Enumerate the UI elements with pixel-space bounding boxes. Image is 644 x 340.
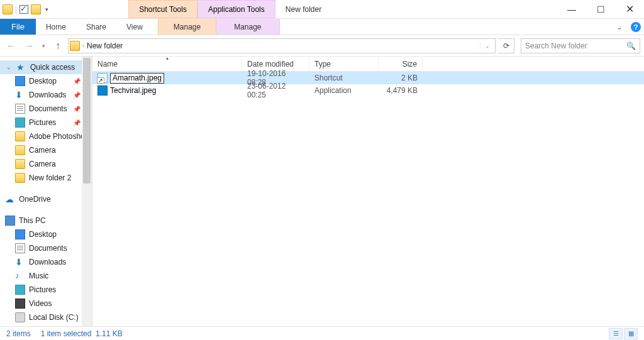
column-name[interactable]: Name▴ <box>92 57 242 71</box>
sidebar-onedrive[interactable]: ☁OneDrive <box>0 192 92 206</box>
search-input[interactable]: Search New folder 🔍 <box>521 38 640 53</box>
file-row[interactable]: Techviral.jpeg23-06-2012 00:25Applicatio… <box>92 84 644 97</box>
file-name-cell[interactable]: Techviral.jpeg <box>92 85 242 96</box>
sidebar-item-pc-pictures[interactable]: Pictures <box>0 283 92 297</box>
sidebar-scrollbar[interactable] <box>82 57 92 326</box>
sidebar-item-label: Downloads <box>29 90 66 99</box>
main-area: ⌄ ★ Quick access Desktop📌 ⬇Downloads📌 Do… <box>0 57 644 326</box>
minimize-button[interactable]: — <box>557 0 586 18</box>
new-folder-icon[interactable] <box>31 4 41 14</box>
sidebar-item-pc-music[interactable]: ♪Music <box>0 269 92 283</box>
sidebar-item-pc-desktop[interactable]: Desktop <box>0 228 92 241</box>
sidebar-item-label: New folder 2 <box>29 173 71 182</box>
documents-icon <box>15 243 25 253</box>
downloads-icon: ⬇ <box>15 90 25 100</box>
refresh-button[interactable]: ⟳ <box>498 38 514 53</box>
quick-access-toolbar: | ▾ <box>0 0 53 18</box>
contextual-tab-shortcut[interactable]: Shortcut Tools <box>128 0 197 18</box>
file-type-cell: Application <box>309 86 379 95</box>
close-button[interactable]: ✕ <box>615 0 644 18</box>
contextual-tab-application[interactable]: Application Tools <box>197 0 275 18</box>
qat-dropdown-icon[interactable]: ▾ <box>43 6 50 13</box>
sidebar-item-newfolder2[interactable]: New folder 2 <box>0 171 92 185</box>
sidebar-item-adobe[interactable]: Adobe Photoshop <box>0 129 92 143</box>
navigation-bar: ← → ▾ ↑ › New folder ⌄ ⟳ Search New fold… <box>0 35 644 57</box>
icons-view-button[interactable]: ▦ <box>624 328 638 339</box>
view-tab[interactable]: View <box>116 19 153 35</box>
breadcrumb-current[interactable]: New folder <box>87 41 123 50</box>
qat-separator: | <box>15 5 17 14</box>
sidebar-quick-access[interactable]: ⌄ ★ Quick access <box>0 60 92 74</box>
scrollbar-thumb[interactable] <box>83 58 91 184</box>
desktop-icon <box>15 76 25 86</box>
file-date-cell: 23-06-2012 00:25 <box>242 82 309 99</box>
sidebar-item-pc-videos[interactable]: Videos <box>0 297 92 310</box>
music-icon: ♪ <box>15 271 25 281</box>
sidebar-item-localdisk[interactable]: Local Disk (C:) <box>0 310 92 324</box>
column-date[interactable]: Date modified <box>242 57 309 71</box>
folder-icon <box>15 145 25 155</box>
address-bar[interactable]: › New folder ⌄ <box>68 38 496 53</box>
ribbon-tabs: File Home Share View Manage Manage ⌄ ? <box>0 19 644 35</box>
disk-icon <box>15 312 25 322</box>
videos-icon <box>15 299 25 309</box>
sidebar-item-label: Downloads <box>29 258 66 266</box>
window-title: New folder <box>275 0 331 18</box>
pictures-icon <box>15 285 25 295</box>
column-size[interactable]: Size <box>379 57 423 71</box>
history-dropdown-icon[interactable]: ▾ <box>39 38 48 53</box>
search-icon: 🔍 <box>626 41 636 50</box>
share-tab[interactable]: Share <box>76 19 116 35</box>
file-row[interactable]: Amarnath.jpeg19-10-2016 08:28Shortcut2 K… <box>92 72 644 84</box>
sidebar-item-camera[interactable]: Camera <box>0 157 92 171</box>
status-bar: 2 items 1 item selected 1.11 KB ☰ ▦ <box>0 326 644 340</box>
sidebar-item-downloads[interactable]: ⬇Downloads📌 <box>0 88 92 102</box>
folder-icon <box>15 173 25 183</box>
file-list-area: Name▴ Date modified Type Size Amarnath.j… <box>92 57 644 326</box>
star-icon: ★ <box>16 62 26 72</box>
forward-button[interactable]: → <box>21 38 36 53</box>
column-type[interactable]: Type <box>309 57 379 71</box>
file-name-cell[interactable]: Amarnath.jpeg <box>92 73 242 84</box>
column-label: Name <box>97 60 118 69</box>
sidebar-item-label: Quick access <box>30 63 75 72</box>
home-tab[interactable]: Home <box>36 19 76 35</box>
help-button[interactable]: ? <box>628 19 644 35</box>
sidebar-item-label: Camera <box>29 146 56 155</box>
sidebar-item-pc-documents[interactable]: Documents <box>0 241 92 255</box>
sidebar-item-removable[interactable]: Removable Disk⌄ <box>0 324 92 326</box>
up-button[interactable]: ↑ <box>50 38 65 53</box>
folder-icon[interactable] <box>3 4 13 14</box>
file-tab[interactable]: File <box>0 19 36 35</box>
pin-icon: 📌 <box>73 106 80 112</box>
rename-input[interactable]: Amarnath.jpeg <box>110 73 164 84</box>
sidebar-item-camera[interactable]: Camera <box>0 143 92 157</box>
sidebar-item-desktop[interactable]: Desktop📌 <box>0 74 92 88</box>
properties-icon[interactable] <box>19 5 28 14</box>
sidebar-item-label: Pictures <box>29 118 56 127</box>
breadcrumb-sep-icon[interactable]: › <box>82 43 84 49</box>
sidebar-item-label: Camera <box>29 160 56 168</box>
manage-app-tab[interactable]: Manage <box>216 19 279 35</box>
back-button[interactable]: ← <box>4 38 19 53</box>
documents-icon <box>15 104 25 114</box>
sidebar-item-documents[interactable]: Documents📌 <box>0 102 92 116</box>
sidebar-item-pc-downloads[interactable]: ⬇Downloads <box>0 255 92 269</box>
sidebar-item-label: Documents <box>29 244 67 253</box>
status-item-count: 2 items <box>6 329 31 338</box>
ribbon-expand-icon[interactable]: ⌄ <box>611 19 628 35</box>
sidebar-this-pc[interactable]: This PC <box>0 214 92 228</box>
chevron-down-icon[interactable]: ⌄ <box>6 64 11 70</box>
file-type-cell: Shortcut <box>309 74 379 82</box>
details-view-button[interactable]: ☰ <box>609 328 623 339</box>
file-rows: Amarnath.jpeg19-10-2016 08:28Shortcut2 K… <box>92 72 644 326</box>
pin-icon: 📌 <box>73 78 80 85</box>
help-icon: ? <box>631 22 641 32</box>
manage-shortcut-tab[interactable]: Manage <box>158 19 216 35</box>
sidebar-item-pictures[interactable]: Pictures📌 <box>0 116 92 129</box>
status-selected: 1 item selected 1.11 KB <box>41 329 123 338</box>
address-dropdown-icon[interactable]: ⌄ <box>480 43 494 49</box>
maximize-button[interactable]: ☐ <box>586 0 615 18</box>
search-placeholder: Search New folder <box>525 41 587 50</box>
sidebar-item-label: Pictures <box>29 285 56 294</box>
